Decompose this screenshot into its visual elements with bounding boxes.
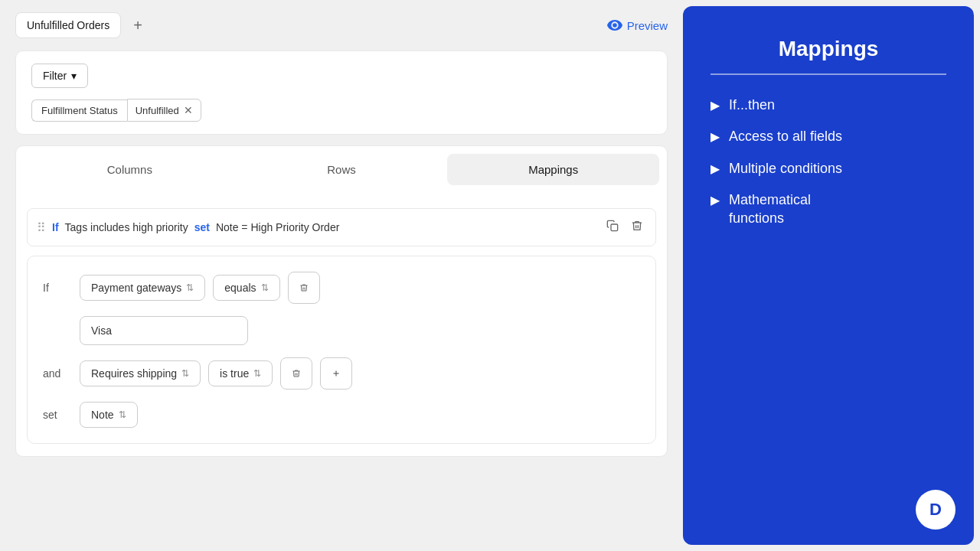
title-divider — [710, 73, 946, 75]
rule-condition-text: Tags includes high priority — [65, 221, 188, 233]
feature-item-allfields: ▶ Access to all fields — [710, 128, 946, 145]
chevron-up-down-icon-2: ⇅ — [261, 282, 269, 293]
and-condition-row: and Requires shipping ⇅ is true ⇅ — [43, 357, 640, 390]
mapping-rule-top: ⠿ If Tags includes high priority set Not… — [27, 208, 656, 246]
delete-condition-button[interactable] — [288, 272, 320, 304]
set-row-label: set — [43, 409, 72, 421]
feature-item-multicondition: ▶ Multiple conditions — [710, 160, 946, 178]
chevron-down-icon: ▾ — [71, 70, 77, 82]
field-selector-payment[interactable]: Payment gateways ⇅ — [80, 275, 205, 301]
mappings-title: Mappings — [710, 37, 946, 61]
arrow-icon-4: ▶ — [710, 193, 720, 207]
filter-card: Filter ▾ Fulfillment Status Unfulfilled … — [15, 51, 668, 135]
filter-label: Filter — [43, 70, 67, 82]
delete-rule-top-button[interactable] — [628, 217, 646, 238]
set-action-row: set Note ⇅ — [43, 402, 640, 428]
add-condition-button[interactable] — [320, 357, 352, 390]
tab-bar: Unfulfilled Orders + Preview — [15, 12, 668, 38]
operator-selector-istrue-text: is true — [220, 367, 249, 380]
svg-rect-0 — [611, 224, 618, 231]
rule-top-actions — [603, 217, 646, 238]
trash-icon-3 — [292, 367, 301, 380]
badge-letter: D — [929, 500, 942, 520]
preview-label: Preview — [627, 19, 668, 32]
eye-icon — [607, 20, 622, 31]
field-selector-shipping[interactable]: Requires shipping ⇅ — [80, 360, 201, 386]
delete-condition2-button[interactable] — [280, 357, 312, 390]
feature-text-3: Multiple conditions — [729, 160, 842, 178]
if-label-top: If — [52, 221, 59, 233]
filter-tag-value: Unfulfilled ✕ — [127, 99, 201, 122]
feature-text-4: Mathematicalfunctions — [729, 191, 811, 227]
set-label-top: set — [194, 221, 210, 233]
field-selector-note[interactable]: Note ⇅ — [80, 402, 138, 428]
badge-logo: D — [916, 490, 956, 530]
arrow-icon-2: ▶ — [710, 129, 720, 144]
right-panel: Mappings ▶ If...then ▶ Access to all fie… — [683, 6, 974, 545]
mapping-card-expanded: If Payment gateways ⇅ equals ⇅ — [27, 256, 656, 444]
filter-button[interactable]: Filter ▾ — [31, 64, 88, 88]
mappings-content: ⠿ If Tags includes high priority set Not… — [16, 197, 667, 456]
filter-tag-key: Fulfillment Status — [31, 99, 127, 122]
field-selector-note-text: Note — [91, 409, 114, 421]
trash-icon-2 — [299, 282, 309, 294]
section-card: Columns Rows Mappings ⠿ If Tags includes… — [15, 145, 668, 457]
chevron-up-down-icon: ⇅ — [186, 282, 194, 293]
filter-tag-value-text: Unfulfilled — [136, 105, 179, 116]
feature-item-ifthen: ▶ If...then — [710, 96, 946, 114]
copy-rule-button[interactable] — [603, 217, 622, 238]
chevron-up-down-icon-3: ⇅ — [181, 368, 189, 379]
visa-input[interactable] — [80, 316, 248, 345]
visa-input-row — [80, 316, 640, 345]
chevron-up-down-icon-4: ⇅ — [253, 368, 261, 379]
add-tab-button[interactable]: + — [127, 14, 149, 37]
arrow-icon-1: ▶ — [710, 98, 720, 112]
operator-selector-equals-text: equals — [224, 282, 256, 294]
filter-tag-remove-button[interactable]: ✕ — [184, 104, 193, 116]
copy-icon — [606, 220, 619, 232]
tab-mappings[interactable]: Mappings — [447, 154, 659, 185]
if-row-label: If — [43, 282, 72, 294]
preview-button[interactable]: Preview — [607, 19, 668, 32]
if-condition-row: If Payment gateways ⇅ equals ⇅ — [43, 272, 640, 304]
drag-handle-icon[interactable]: ⠿ — [37, 220, 46, 235]
field-selector-shipping-text: Requires shipping — [91, 367, 177, 380]
and-row-label: and — [43, 367, 72, 380]
tab-columns[interactable]: Columns — [24, 154, 236, 185]
feature-text-2: Access to all fields — [729, 128, 842, 145]
feature-list: ▶ If...then ▶ Access to all fields ▶ Mul… — [710, 96, 946, 227]
feature-item-math: ▶ Mathematicalfunctions — [710, 191, 946, 227]
rule-action-text: Note = High Priority Order — [216, 221, 339, 233]
tab-rows[interactable]: Rows — [236, 154, 448, 185]
trash-icon — [631, 220, 643, 232]
operator-selector-istrue[interactable]: is true ⇅ — [208, 360, 273, 386]
section-tabs: Columns Rows Mappings — [16, 146, 667, 185]
operator-selector-equals[interactable]: equals ⇅ — [213, 275, 279, 301]
arrow-icon-3: ▶ — [710, 161, 720, 176]
feature-text-1: If...then — [729, 96, 775, 114]
field-selector-payment-text: Payment gateways — [91, 282, 181, 294]
chevron-up-down-icon-5: ⇅ — [119, 409, 126, 420]
plus-icon — [332, 367, 341, 380]
active-tab[interactable]: Unfulfilled Orders — [15, 12, 121, 38]
filter-tags: Fulfillment Status Unfulfilled ✕ — [31, 99, 652, 122]
